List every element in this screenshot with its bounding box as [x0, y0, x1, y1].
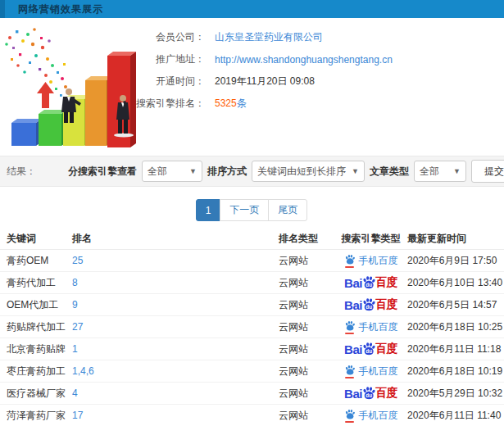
info-label: 推广地址： — [129, 52, 205, 66]
keyword-cell: 药贴牌代加工 — [0, 320, 72, 334]
rank-link[interactable]: 27 — [72, 321, 83, 333]
engine-label: 百度 — [375, 297, 397, 312]
keyword-cell: 北京膏药贴牌 — [0, 342, 72, 356]
info-label: 搜索引擎排名： — [129, 97, 205, 111]
mobile-baidu-logo[interactable]: 手机百度 — [344, 254, 398, 268]
baidu-paw-icon: du — [361, 386, 376, 403]
rank-type-cell: 云网站 — [279, 342, 334, 356]
sort-label: 排序方式 — [207, 165, 247, 179]
engine-type-cell: 手机百度 — [334, 365, 407, 378]
mobile-baidu-logo[interactable]: 手机百度 — [344, 365, 398, 378]
keyword-cell: 医疗器械厂家 — [0, 387, 72, 401]
rank-cell: 1,4,6 — [72, 365, 279, 377]
info-value-link[interactable]: 山东皇圣堂药业有限公司 — [215, 30, 323, 44]
confetti-dots — [5, 28, 72, 100]
col-header-rank: 排名 — [72, 232, 279, 246]
rank-type-cell: 云网站 — [279, 254, 334, 268]
table-row: 菏泽膏药厂家17云网站手机百度2020年6月11日 11:40 — [0, 405, 504, 426]
rank-link[interactable]: 17 — [72, 410, 83, 421]
keyword-cell: 菏泽膏药厂家 — [0, 409, 72, 423]
engine-filter-select[interactable]: 全部 ▼ — [142, 161, 202, 182]
info-row: 开通时间：2019年11月20日 09:08 — [129, 70, 393, 93]
update-time-cell: 2020年5月29日 10:32 — [407, 387, 504, 401]
engine-label: 手机百度 — [359, 409, 398, 423]
update-time-cell: 2020年6月11日 11:18 — [407, 342, 504, 356]
engine-type-cell: 手机百度 — [334, 409, 407, 423]
ranking-count-unit: 条 — [237, 97, 247, 109]
page: 网络营销效果展示 — [0, 0, 504, 426]
rank-cell: 1 — [72, 343, 279, 355]
svg-text:du: du — [366, 392, 372, 398]
update-time-cell: 2020年6月10日 13:40 — [407, 276, 504, 290]
info-row: 推广地址：http://www.shandonghuangshengtang.c… — [129, 48, 393, 70]
engine-label: 百度 — [375, 342, 397, 356]
engine-type-cell: Baidu百度 — [334, 342, 407, 356]
engine-label: 百度 — [375, 275, 397, 290]
engine-type-cell: 手机百度 — [334, 254, 407, 268]
baidu-paw-icon — [344, 320, 356, 334]
info-value-link[interactable]: http://www.shandonghuangshengtang.cn — [215, 54, 393, 66]
filter-bar: 结果： 分搜索引擎查看 全部 ▼ 排序方式 关键词由短到长排序 ▼ 文章类型 全… — [0, 156, 504, 187]
table-row: 药贴牌代加工27云网站手机百度2020年6月18日 10:25 — [0, 316, 504, 338]
chevron-down-icon: ▼ — [189, 167, 197, 175]
rank-link[interactable]: 1 — [72, 343, 78, 355]
rank-type-cell: 云网站 — [279, 298, 334, 312]
engine-type-cell: Baidu百度 — [334, 297, 407, 312]
rank-cell: 27 — [72, 321, 279, 333]
baidu-logo-bai: Bai — [344, 276, 362, 290]
mobile-baidu-logo[interactable]: 手机百度 — [344, 320, 398, 334]
submit-button[interactable]: 提交 — [471, 160, 504, 183]
baidu-paw-icon — [344, 409, 356, 423]
article-type-label: 文章类型 — [370, 165, 409, 179]
info-value: 2019年11月20日 09:08 — [215, 75, 315, 88]
article-type-select[interactable]: 全部 ▼ — [414, 161, 466, 182]
update-time-cell: 2020年6月5日 14:57 — [407, 298, 504, 312]
table-body: 膏药OEM25云网站手机百度2020年6月9日 17:50膏药代加工8云网站Ba… — [0, 250, 504, 426]
update-time-cell: 2020年6月18日 10:25 — [407, 320, 504, 334]
baidu-logo[interactable]: Baidu百度 — [344, 275, 397, 290]
engine-label: 百度 — [375, 386, 397, 401]
pagination: 1 下一页 尾页 — [0, 199, 504, 221]
keyword-cell: 膏药OEM — [0, 254, 72, 268]
result-label: 结果： — [7, 165, 36, 179]
filter-controls: 分搜索引擎查看 全部 ▼ 排序方式 关键词由短到长排序 ▼ 文章类型 全部 ▼ … — [68, 160, 504, 183]
member-info-panel: 会员公司：山东皇圣堂药业有限公司推广地址：http://www.shandong… — [129, 26, 393, 115]
engine-type-cell: Baidu百度 — [334, 275, 407, 290]
up-arrow-icon — [37, 82, 54, 108]
baidu-logo-bai: Bai — [344, 298, 362, 312]
svg-text:du: du — [366, 282, 372, 288]
next-page-button[interactable]: 下一页 — [220, 199, 269, 221]
table-header-row: 关键词 排名 排名类型 搜索引擎类型 最新更新时间 — [0, 228, 504, 250]
baidu-logo-bai: Bai — [344, 387, 362, 401]
rank-cell: 25 — [72, 255, 279, 266]
table-row: OEM代加工9云网站Baidu百度2020年6月5日 14:57 — [0, 294, 504, 316]
keyword-cell: 枣庄膏药加工 — [0, 365, 72, 378]
engine-type-cell: 手机百度 — [334, 320, 407, 334]
info-row: 会员公司：山东皇圣堂药业有限公司 — [129, 26, 393, 48]
table-row: 医疗器械厂家4云网站Baidu百度2020年5月29日 10:32 — [0, 383, 504, 405]
baidu-logo[interactable]: Baidu百度 — [344, 297, 397, 312]
mobile-baidu-logo[interactable]: 手机百度 — [344, 409, 398, 423]
article-type-value: 全部 — [420, 165, 439, 179]
baidu-paw-icon: du — [361, 297, 376, 315]
rank-cell: 8 — [72, 277, 279, 288]
rank-link[interactable]: 25 — [72, 255, 83, 266]
keyword-cell: OEM代加工 — [0, 298, 72, 312]
baidu-logo[interactable]: Baidu百度 — [344, 342, 397, 356]
rank-link[interactable]: 1,4,6 — [72, 365, 94, 377]
engine-filter-value: 全部 — [148, 165, 167, 179]
rank-link[interactable]: 9 — [72, 299, 78, 310]
table-row: 枣庄膏药加工1,4,6云网站手机百度2020年6月18日 10:19 — [0, 360, 504, 383]
page-number-current[interactable]: 1 — [196, 199, 221, 221]
info-label: 开通时间： — [129, 75, 205, 88]
rank-link[interactable]: 4 — [72, 387, 78, 399]
baidu-logo[interactable]: Baidu百度 — [344, 386, 397, 401]
red-underline — [345, 421, 354, 423]
chevron-down-icon: ▼ — [352, 167, 359, 175]
last-page-button[interactable]: 尾页 — [268, 199, 307, 221]
info-row: 搜索引擎排名：5325条 — [129, 93, 393, 115]
info-label: 会员公司： — [129, 30, 205, 44]
engine-type-cell: Baidu百度 — [334, 386, 407, 401]
sort-select[interactable]: 关键词由短到长排序 ▼ — [252, 161, 365, 182]
rank-link[interactable]: 8 — [72, 277, 78, 288]
